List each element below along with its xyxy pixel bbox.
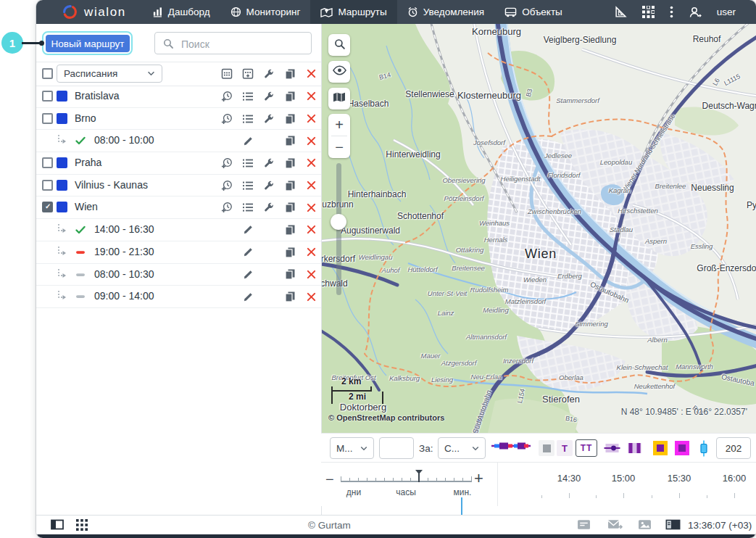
checkpoints-list-icon[interactable] [242, 179, 254, 191]
notes-card-icon[interactable] [577, 519, 591, 530]
wrench-icon[interactable] [263, 179, 275, 191]
tab-notifications[interactable]: Уведомления [397, 0, 494, 24]
row-checkbox[interactable] [42, 113, 53, 124]
route-track-legend-icon[interactable] [490, 440, 532, 452]
wrench-icon[interactable] [263, 112, 275, 125]
map-canvas[interactable]: KorneuburgVeiglberg-SiedlungReuhofL1115S… [321, 24, 756, 433]
delete-icon[interactable] [305, 90, 317, 102]
wrench-icon[interactable] [263, 202, 275, 214]
wrench-icon[interactable] [263, 90, 275, 102]
timeline-value-input[interactable] [379, 437, 414, 459]
map-zoom-slider-handle[interactable] [331, 214, 346, 230]
copy-icon[interactable] [284, 179, 296, 191]
add-schedule-icon[interactable] [221, 112, 233, 125]
schedule-row[interactable]: 08:00 - 10:30 [36, 264, 321, 286]
zoom-in-button[interactable]: + [328, 114, 350, 136]
row-checkbox[interactable] [42, 157, 53, 168]
schedule-row[interactable]: 14:00 - 16:30 [36, 219, 321, 241]
copy-icon[interactable] [284, 157, 296, 169]
row-checkbox[interactable] [42, 180, 53, 191]
row-checkbox[interactable] [42, 91, 53, 102]
timeline-scale-ruler[interactable] [341, 481, 471, 482]
copy-icon[interactable] [284, 291, 296, 303]
apps-dots-icon[interactable] [76, 519, 88, 531]
single-label-icon[interactable]: T [557, 440, 573, 456]
edit-pencil-icon[interactable] [242, 268, 254, 281]
timeline-zoom-out[interactable]: − [325, 471, 334, 488]
search-input[interactable] [180, 33, 306, 55]
image-icon[interactable] [638, 519, 652, 530]
delete-icon[interactable] [305, 179, 317, 191]
tab-dashboard[interactable]: Дашборд [142, 0, 220, 24]
copy-icon[interactable] [284, 246, 296, 258]
select-all-checkbox[interactable] [42, 68, 53, 79]
user-icon[interactable] [689, 7, 702, 18]
wrench-icon[interactable] [263, 157, 275, 169]
timeline-cursor[interactable] [461, 497, 462, 515]
magenta-marker-icon[interactable] [674, 440, 690, 456]
copy-icon[interactable] [284, 202, 296, 214]
delete-icon[interactable] [305, 291, 317, 303]
delete-icon[interactable] [305, 223, 317, 236]
copy-icon[interactable] [284, 223, 296, 236]
panel-toggle-icon[interactable] [51, 519, 64, 530]
delete-icon[interactable] [305, 112, 317, 125]
tab-units[interactable]: Объекты [494, 0, 573, 24]
calendar-add-icon[interactable] [242, 67, 254, 80]
delete-icon[interactable] [305, 268, 317, 281]
delete-icon[interactable] [305, 67, 317, 80]
map-visibility-button[interactable] [328, 61, 350, 83]
delete-icon[interactable] [305, 135, 317, 147]
cyan-pin-icon[interactable] [699, 440, 709, 457]
delete-icon[interactable] [305, 202, 317, 214]
add-schedule-icon[interactable] [221, 179, 233, 191]
copy-icon[interactable] [284, 67, 296, 80]
checkpoints-list-icon[interactable] [242, 202, 254, 214]
set-square-icon[interactable] [615, 6, 627, 18]
yellow-marker-icon[interactable] [652, 440, 668, 456]
edit-pencil-icon[interactable] [242, 291, 254, 303]
user-name-label[interactable]: user [717, 7, 736, 17]
row-checkbox[interactable] [42, 202, 53, 212]
gray-square-icon[interactable] [539, 440, 554, 456]
copy-icon[interactable] [284, 90, 296, 102]
map-layers-button[interactable] [328, 88, 350, 109]
add-schedule-icon[interactable] [221, 157, 233, 169]
route-row[interactable]: Vilnius - Kaunas [36, 175, 321, 197]
copy-icon[interactable] [284, 268, 296, 281]
wrench-icon[interactable] [263, 67, 275, 80]
mode-dropdown[interactable]: М... [330, 437, 374, 459]
copy-icon[interactable] [284, 112, 296, 125]
checkpoints-list-icon[interactable] [242, 90, 254, 102]
slider-marker-icon[interactable] [604, 440, 620, 456]
route-row[interactable]: Bratislava [36, 86, 321, 108]
edit-pencil-icon[interactable] [242, 223, 254, 236]
tab-monitoring[interactable]: Мониторинг [220, 0, 311, 24]
timeline-zoom-in[interactable]: + [474, 469, 483, 488]
delete-icon[interactable] [305, 157, 317, 169]
checkpoints-list-icon[interactable] [242, 157, 254, 169]
interval-bars-icon[interactable] [626, 440, 643, 456]
calendar-icon[interactable] [221, 67, 233, 80]
apps-grid-icon[interactable] [642, 6, 655, 18]
split-view-icon[interactable] [665, 519, 681, 530]
add-schedule-icon[interactable] [221, 90, 233, 102]
edit-pencil-icon[interactable] [242, 246, 254, 258]
zoom-out-button[interactable]: − [328, 136, 350, 158]
schedules-dropdown[interactable]: Расписания [57, 65, 162, 83]
route-row[interactable]: Wien [36, 196, 321, 219]
schedule-row[interactable]: 08:00 - 10:00 [36, 130, 321, 152]
new-route-button[interactable]: Новый маршрут [46, 35, 130, 52]
double-label-icon-selected[interactable]: TT [576, 439, 597, 457]
copy-icon[interactable] [284, 135, 296, 147]
map-search-button[interactable] [328, 34, 350, 56]
route-row[interactable]: Praha [36, 152, 321, 175]
schedule-row[interactable]: 09:00 - 14:00 [36, 286, 321, 308]
checkpoints-list-icon[interactable] [242, 112, 254, 125]
edit-pencil-icon[interactable] [242, 135, 254, 147]
source-dropdown[interactable]: С... [438, 437, 486, 459]
route-row[interactable]: Brno [36, 108, 321, 131]
year-box[interactable]: 202 [716, 437, 751, 459]
kebab-menu-icon[interactable] [670, 6, 673, 18]
mail-forward-icon[interactable] [607, 519, 623, 530]
